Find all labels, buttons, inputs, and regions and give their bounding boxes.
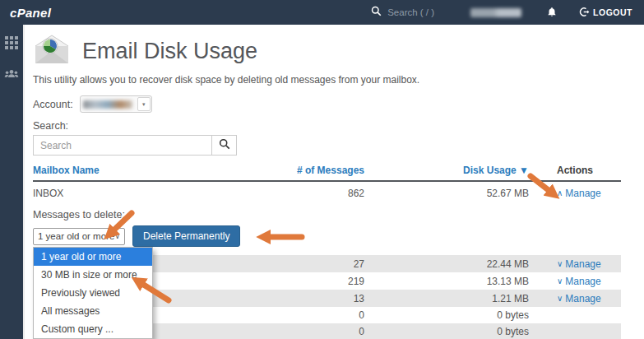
actions-cell: ∨Manage: [529, 292, 621, 304]
disk-usage: 0 bytes: [364, 309, 529, 321]
messages-to-delete-select[interactable]: 1 year old or more ∨: [33, 228, 125, 245]
cpanel-logo[interactable]: cPanel: [10, 6, 51, 20]
manage-link[interactable]: ∨Manage: [557, 258, 601, 270]
message-count: 27: [225, 258, 364, 270]
chevron-down-icon: ∨: [557, 260, 563, 268]
select-value: 1 year old or more: [38, 231, 114, 241]
mailbox-name: INBOX: [33, 188, 225, 199]
mailbox-table: Mailbox Name # of Messages Disk Usage ▼ …: [33, 165, 621, 339]
manage-link[interactable]: ∨Manage: [557, 293, 601, 304]
column-message-count[interactable]: # of Messages: [225, 165, 364, 176]
inbox-expanded-panel: Messages to delete: 1 year old or more ∨: [33, 204, 621, 255]
message-count: 0: [225, 309, 364, 321]
page-description: This utility allows you to recover disk …: [33, 74, 621, 86]
username-redacted: [470, 8, 521, 17]
column-actions: Actions: [529, 165, 621, 176]
search-label: Search:: [33, 120, 621, 132]
messages-to-delete-select-wrap: 1 year old or more ∨ 1 year old or more3…: [33, 228, 125, 245]
chevron-down-icon: ▾: [137, 97, 151, 111]
message-count: 13: [225, 293, 364, 304]
disk-usage: 13.13 MB: [364, 276, 529, 287]
account-row: Account: ▾: [33, 95, 621, 113]
dropdown-option[interactable]: Previously viewed: [34, 284, 152, 302]
message-count: 0: [225, 326, 364, 337]
user-group-icon[interactable]: [4, 67, 19, 81]
disk-usage: 1.21 MB: [364, 293, 529, 304]
manage-label: Manage: [565, 293, 600, 304]
notifications-bell-icon[interactable]: [546, 7, 558, 18]
search-button[interactable]: [211, 135, 237, 156]
actions-cell: ∨Manage: [529, 275, 621, 287]
annotation-arrow: [251, 230, 305, 244]
chevron-down-icon: ∨: [114, 232, 120, 240]
logout-button[interactable]: LOGOUT: [579, 7, 632, 19]
account-value-redacted: [83, 100, 132, 109]
logout-icon: [579, 7, 590, 19]
panel-controls: 1 year old or more ∨ 1 year old or more3…: [33, 225, 621, 247]
manage-label: Manage: [565, 188, 600, 199]
app-grid-icon[interactable]: [5, 36, 18, 49]
manage-label: Manage: [565, 258, 600, 270]
manage-label: Manage: [565, 276, 600, 287]
actions-cell: ∧ Manage: [529, 187, 621, 199]
manage-link[interactable]: ∨Manage: [557, 276, 601, 287]
page-header: Email Disk Usage: [33, 34, 621, 68]
chevron-down-icon: ∨: [557, 295, 563, 303]
manage-link[interactable]: ∧ Manage: [557, 188, 601, 199]
disk-usage: 0 bytes: [364, 326, 529, 337]
delete-permanently-button[interactable]: Delete Permanently: [132, 225, 240, 247]
top-bar: cPanel Search ( / ) LOGOUT: [0, 0, 644, 25]
search-group: [33, 135, 237, 156]
dropdown-option[interactable]: All messages: [34, 302, 152, 320]
column-disk-usage-sorted[interactable]: Disk Usage ▼: [364, 165, 529, 176]
actions-cell: ∨Manage: [529, 258, 621, 270]
disk-usage: 52.67 MB: [364, 188, 529, 199]
account-select[interactable]: ▾: [80, 95, 152, 113]
account-label: Account:: [33, 99, 73, 110]
column-mailbox-name[interactable]: Mailbox Name: [33, 165, 225, 176]
dropdown-option[interactable]: 1 year old or more: [34, 248, 152, 266]
main-content: Email Disk Usage This utility allows you…: [23, 25, 644, 339]
message-count: 219: [225, 276, 364, 287]
dropdown-option[interactable]: Custom query ...: [34, 320, 152, 338]
search-icon: [371, 5, 382, 20]
email-disk-usage-icon: [33, 34, 71, 68]
table-header: Mailbox Name # of Messages Disk Usage ▼ …: [33, 165, 621, 182]
chevron-down-icon: ∨: [557, 277, 563, 286]
table-row: INBOX 862 52.67 MB ∧ Manage: [33, 182, 621, 204]
messages-to-delete-label: Messages to delete:: [33, 209, 621, 221]
logout-label: LOGOUT: [593, 7, 632, 17]
global-search[interactable]: Search ( / ): [371, 5, 434, 20]
left-sidebar: [0, 25, 23, 339]
search-icon: [219, 138, 230, 152]
message-count: 862: [225, 188, 364, 199]
page-title: Email Disk Usage: [82, 39, 257, 64]
select-open-dropdown: 1 year old or more30 MB in size or moreP…: [33, 247, 153, 339]
chevron-up-icon: ∧: [557, 189, 563, 197]
search-input[interactable]: [33, 135, 211, 156]
disk-usage: 22.44 MB: [364, 258, 529, 270]
dropdown-option[interactable]: 30 MB in size or more: [34, 266, 152, 284]
global-search-placeholder: Search ( / ): [387, 7, 434, 17]
